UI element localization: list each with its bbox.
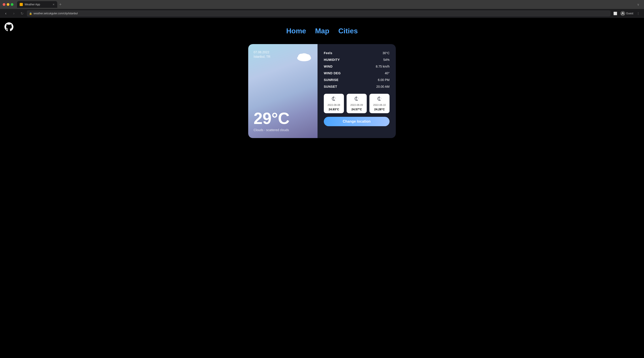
wind-deg-label: WIND DEG	[324, 71, 341, 75]
moon-icon-1	[354, 96, 360, 102]
forecast-temp-2: 24.28°C	[374, 108, 384, 111]
forecast-card-0: 2022-08-08 24.93°C	[324, 94, 344, 113]
reload-button[interactable]: ↻	[19, 10, 25, 17]
sunrise-value: 6.00 PM	[378, 78, 390, 82]
svg-point-7	[336, 98, 336, 99]
tab-bar: Weather App ✕ +	[17, 1, 633, 8]
humidity-label: HUMIDITY	[324, 58, 340, 62]
user-avatar	[620, 11, 625, 16]
forecast-cards: 2022-08-08 24.93°C 2022-08-09 24.57°C	[324, 94, 390, 113]
moon-icon-2	[376, 96, 382, 102]
weather-right-panel: Feels 30°C HUMIDITY 54% WIND 8.75 km/h W…	[318, 44, 396, 138]
forecast-card-2: 2022-08-10 24.28°C	[370, 94, 390, 113]
user-label: Guest	[626, 12, 633, 15]
maximize-button[interactable]	[11, 3, 14, 6]
svg-point-1	[622, 12, 624, 14]
humidity-value: 54%	[383, 58, 390, 62]
nav-item-home[interactable]: Home	[286, 27, 306, 35]
stat-wind-deg: WIND DEG 40°	[324, 71, 390, 76]
nav-item-map[interactable]: Map	[315, 27, 330, 35]
browser-tab-active[interactable]: Weather App ✕	[17, 1, 57, 8]
back-button[interactable]: ‹	[3, 10, 9, 17]
browser-toolbar: ‹ › ↻ 🔒 weather.selcukguler.com/city/ist…	[0, 9, 644, 18]
weather-stats: Feels 30°C HUMIDITY 54% WIND 8.75 km/h W…	[324, 50, 390, 89]
weather-card: 07.08.2022 İstanbul, TR 29°C Clouds - sc…	[248, 44, 396, 138]
stat-feels: Feels 30°C	[324, 50, 390, 56]
close-button[interactable]	[3, 3, 5, 6]
svg-point-11	[381, 98, 381, 99]
tab-favicon	[20, 3, 23, 6]
minimize-button[interactable]	[7, 3, 10, 6]
browser-titlebar: Weather App ✕ + ∨	[0, 0, 644, 9]
cloud-icon	[295, 50, 313, 63]
address-bar[interactable]: 🔒 weather.selcukguler.com/city/istanbul	[27, 10, 610, 17]
forward-button[interactable]: ›	[11, 10, 17, 17]
lock-icon: 🔒	[29, 12, 32, 15]
change-location-button[interactable]: Change location	[324, 117, 390, 126]
svg-point-5	[300, 53, 308, 60]
weather-temperature: 29°C	[254, 110, 312, 126]
sunrise-label: SUNRISE	[324, 78, 338, 82]
forecast-date-1: 2022-08-09	[350, 104, 363, 106]
svg-point-6	[335, 98, 335, 98]
weather-card-container: 07.08.2022 İstanbul, TR 29°C Clouds - sc…	[4, 44, 640, 138]
sidebar-toggle[interactable]: ⬜	[612, 10, 618, 17]
new-tab-button[interactable]: +	[57, 1, 64, 8]
weather-left-panel: 07.08.2022 İstanbul, TR 29°C Clouds - sc…	[248, 44, 318, 138]
traffic-lights	[3, 3, 14, 6]
svg-rect-0	[20, 3, 22, 6]
moon-icon-0	[331, 96, 337, 102]
svg-point-9	[358, 98, 358, 99]
user-menu[interactable]: Guest	[620, 11, 633, 16]
forecast-date-2: 2022-08-10	[373, 104, 386, 106]
page-content: Home Map Cities 07.08.2022 İstanbul, TR	[0, 18, 644, 358]
stat-sunset: SUNSET 20.00 AM	[324, 84, 390, 89]
wind-deg-value: 40°	[385, 71, 390, 75]
tab-close-button[interactable]: ✕	[52, 3, 54, 6]
feels-label: Feels	[324, 51, 332, 55]
forecast-temp-1: 24.57°C	[351, 108, 362, 111]
weather-description: Clouds - scattered clouds	[254, 128, 312, 132]
stat-wind: WIND 8.75 km/h	[324, 64, 390, 69]
stat-sunrise: SUNRISE 6.00 PM	[324, 77, 390, 83]
forecast-date-0: 2022-08-08	[328, 104, 340, 106]
wind-value: 8.75 km/h	[376, 65, 390, 68]
url-display: weather.selcukguler.com/city/istanbul	[34, 12, 78, 15]
browser-menu-button[interactable]: ⋮	[635, 10, 641, 17]
github-icon[interactable]	[4, 22, 14, 31]
browser-chrome: Weather App ✕ + ∨ ‹ › ↻ 🔒 weather.selcuk…	[0, 0, 644, 18]
window-controls-down[interactable]: ∨	[635, 1, 641, 8]
stat-humidity: HUMIDITY 54%	[324, 57, 390, 63]
forecast-card-1: 2022-08-09 24.57°C	[346, 94, 367, 113]
svg-point-8	[358, 98, 358, 98]
weather-bottom: 29°C Clouds - scattered clouds	[254, 110, 312, 132]
sunset-value: 20.00 AM	[376, 85, 390, 88]
forecast-temp-0: 24.93°C	[328, 108, 339, 111]
sunset-label: SUNSET	[324, 85, 337, 88]
nav-menu: Home Map Cities	[4, 22, 640, 44]
tab-title: Weather App	[24, 3, 40, 6]
svg-point-10	[380, 98, 381, 98]
nav-item-cities[interactable]: Cities	[338, 27, 358, 35]
wind-label: WIND	[324, 65, 332, 68]
feels-value: 30°C	[382, 51, 390, 55]
